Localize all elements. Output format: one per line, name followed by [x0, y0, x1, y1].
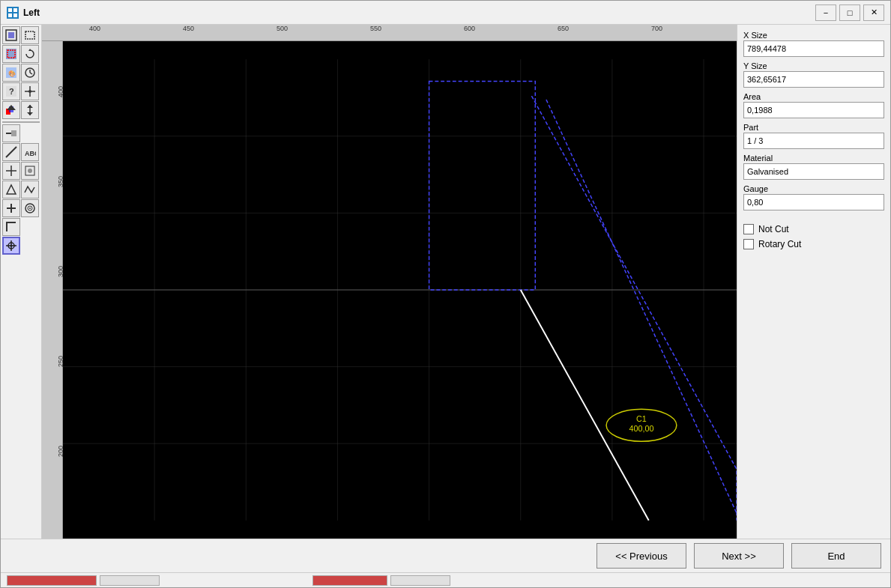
end-button[interactable]: End [791, 543, 881, 569]
svg-rect-3 [13, 13, 17, 17]
main-area: 🎨 ? [1, 25, 890, 539]
svg-text:?: ? [9, 87, 14, 96]
ruler-tick-400: 400 [89, 25, 100, 32]
svg-line-58 [521, 290, 649, 521]
app-icon [7, 7, 19, 19]
canvas-with-ruler: 400 350 300 250 200 [42, 41, 737, 539]
minimize-button[interactable]: − [815, 4, 836, 21]
y-size-value[interactable] [743, 71, 884, 88]
status-bar [1, 572, 890, 587]
tool-line[interactable] [2, 143, 20, 161]
not-cut-checkbox[interactable] [743, 224, 754, 234]
status-item-3 [312, 575, 387, 586]
bottom-bar: << Previous Next >> End [1, 539, 890, 572]
close-button[interactable]: ✕ [863, 4, 884, 21]
area-section: Area [743, 92, 884, 118]
maximize-button[interactable]: □ [839, 4, 860, 21]
svg-point-33 [28, 169, 32, 173]
tool-color[interactable] [2, 101, 20, 119]
part-section: Part [743, 123, 884, 149]
left-toolbar: 🎨 ? [1, 25, 42, 539]
svg-line-14 [30, 73, 32, 74]
tool-corner[interactable] [2, 218, 20, 236]
svg-rect-6 [25, 31, 34, 39]
rotary-cut-checkbox[interactable] [743, 239, 754, 249]
right-panel: X Size Y Size Area Part Material Gauge [737, 25, 890, 539]
svg-rect-0 [8, 8, 12, 12]
svg-marker-24 [27, 105, 33, 108]
tool-measure[interactable] [21, 82, 39, 100]
material-label: Material [743, 154, 884, 163]
tool-rotate[interactable] [21, 45, 39, 63]
svg-rect-1 [13, 8, 17, 12]
tool-text[interactable]: ABC [21, 143, 39, 161]
status-item-1 [7, 575, 97, 586]
not-cut-row: Not Cut [743, 224, 884, 234]
window-controls: − □ ✕ [815, 4, 884, 21]
ruler-tick-450: 450 [183, 25, 194, 32]
tool-clock[interactable] [21, 64, 39, 82]
y-size-label: Y Size [743, 61, 884, 70]
gauge-label: Gauge [743, 184, 884, 193]
svg-marker-22 [7, 105, 16, 110]
svg-marker-34 [7, 185, 16, 194]
svg-point-39 [29, 207, 31, 209]
main-window: Left − □ ✕ [0, 0, 891, 588]
y-size-section: Y Size [743, 61, 884, 88]
status-item-4 [390, 575, 450, 586]
tool-select-all[interactable] [2, 26, 20, 44]
x-size-value[interactable] [743, 40, 884, 57]
not-cut-label: Not Cut [758, 224, 789, 234]
tool-snap[interactable] [2, 237, 20, 255]
tool-select-rect[interactable] [21, 26, 39, 44]
svg-rect-5 [8, 32, 14, 38]
ruler-top: 400 450 500 550 600 650 700 750 [42, 25, 737, 41]
canvas-svg: C1 400,00 [63, 41, 737, 539]
rotary-cut-row: Rotary Cut [743, 239, 884, 249]
svg-line-59 [546, 100, 737, 513]
tool-info[interactable]: ? [2, 82, 20, 100]
tool-tag[interactable]: 🎨 [2, 64, 20, 82]
title-bar: Left − □ ✕ [1, 1, 890, 25]
gauge-value[interactable] [743, 194, 884, 210]
tool-target[interactable] [21, 199, 39, 217]
svg-point-19 [28, 90, 31, 93]
part-value[interactable] [743, 133, 884, 149]
previous-button[interactable]: << Previous [596, 543, 686, 569]
svg-rect-57 [429, 82, 536, 290]
next-button[interactable]: Next >> [694, 543, 784, 569]
svg-rect-2 [8, 13, 12, 17]
ruler-tick-600: 600 [464, 25, 475, 32]
material-section: Material [743, 154, 884, 180]
tool-plus[interactable] [2, 199, 20, 217]
tool-joint[interactable] [2, 124, 20, 142]
svg-rect-27 [11, 130, 16, 136]
svg-line-28 [6, 147, 16, 157]
ruler-tick-550: 550 [370, 25, 381, 32]
area-value[interactable] [743, 102, 884, 118]
ruler-tick-650: 650 [558, 25, 569, 32]
tool-align[interactable] [21, 101, 39, 119]
material-value[interactable] [743, 163, 884, 180]
area-label: Area [743, 92, 884, 101]
x-size-section: X Size [743, 31, 884, 57]
svg-marker-25 [27, 112, 33, 115]
tool-triangle[interactable] [2, 181, 20, 198]
x-size-label: X Size [743, 31, 884, 40]
tool-zigzag[interactable] [21, 181, 39, 198]
window-title: Left [23, 7, 815, 18]
rotary-cut-label: Rotary Cut [758, 239, 801, 249]
part-label: Part [743, 123, 884, 132]
main-canvas[interactable]: C1 400,00 [63, 41, 737, 539]
gauge-section: Gauge [743, 184, 884, 210]
tool-select-shape[interactable] [2, 45, 20, 63]
canvas-container: 400 450 500 550 600 650 700 750 400 350 … [42, 25, 737, 539]
svg-point-43 [10, 245, 13, 247]
tool-crosshair[interactable] [2, 162, 20, 180]
svg-text:C1: C1 [636, 414, 647, 423]
tool-transform[interactable] [21, 162, 39, 180]
ruler-tick-700: 700 [651, 25, 662, 32]
ruler-left: 400 350 300 250 200 [42, 41, 63, 539]
svg-text:🎨: 🎨 [8, 70, 16, 77]
svg-text:ABC: ABC [25, 150, 36, 157]
